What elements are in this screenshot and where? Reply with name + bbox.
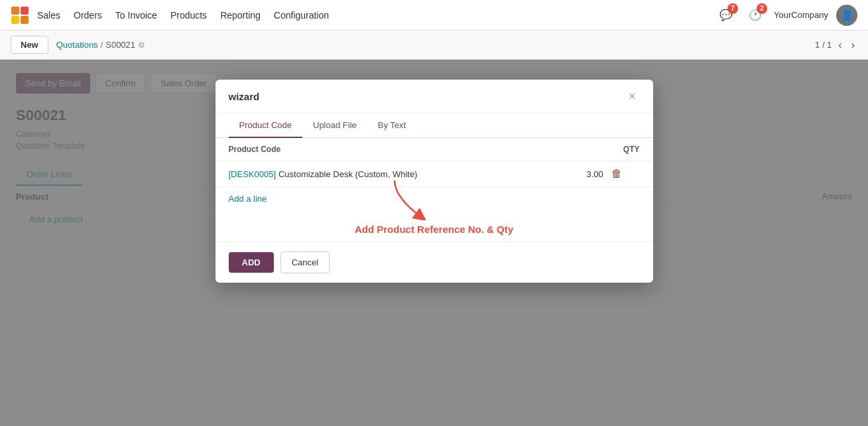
pagination-controls: 1 / 1 ‹ › bbox=[815, 38, 857, 52]
table-row: [DESK0005] Customizable Desk (Custom, Wh… bbox=[216, 161, 653, 187]
modal-body: Product Code Upload File By Text Product… bbox=[216, 113, 653, 242]
pagination-prev-button[interactable]: ‹ bbox=[836, 38, 844, 52]
breadcrumb-parent-link[interactable]: Quotations bbox=[56, 40, 98, 50]
modal-header: wizard × bbox=[216, 80, 653, 113]
messages-button[interactable]: 💬 7 bbox=[715, 5, 737, 26]
qty-cell: 3.00 🗑 bbox=[587, 168, 640, 180]
annotation-area: Add Product Reference No. & Qty bbox=[216, 210, 653, 242]
nav-reporting[interactable]: Reporting bbox=[220, 7, 261, 23]
wizard-modal: wizard × Product Code Upload File By Tex… bbox=[216, 80, 653, 283]
breadcrumb: Quotations / S00021 ⚙ bbox=[56, 40, 145, 50]
annotation-text: Add Product Reference No. & Qty bbox=[355, 224, 513, 235]
tab-product-code[interactable]: Product Code bbox=[229, 113, 303, 138]
tab-by-text[interactable]: By Text bbox=[367, 113, 416, 138]
pagination-text: 1 / 1 bbox=[815, 40, 832, 50]
app-logo bbox=[11, 6, 29, 25]
nav-configuration[interactable]: Configuration bbox=[274, 7, 329, 23]
user-avatar[interactable]: 👤 bbox=[836, 5, 857, 26]
cancel-button[interactable]: Cancel bbox=[280, 251, 330, 273]
nav-orders[interactable]: Orders bbox=[74, 7, 102, 23]
modal-tabs: Product Code Upload File By Text bbox=[216, 113, 653, 138]
breadcrumb-separator: / bbox=[101, 40, 103, 50]
main-nav-items: Sales Orders To Invoice Products Reporti… bbox=[37, 7, 329, 23]
delete-row-button[interactable]: 🗑 bbox=[609, 168, 625, 180]
top-navigation: Sales Orders To Invoice Products Reporti… bbox=[0, 0, 868, 31]
modal-footer: ADD Cancel bbox=[216, 242, 653, 283]
messages-badge: 7 bbox=[727, 3, 738, 14]
add-line-link[interactable]: Add a line bbox=[216, 187, 653, 210]
nav-right-section: 💬 7 🕐 2 YourCompany 👤 bbox=[715, 5, 857, 26]
modal-close-button[interactable]: × bbox=[625, 89, 640, 104]
annotation-arrow bbox=[355, 174, 434, 220]
main-content-area: Send by Email Confirm Sales Order S00021… bbox=[0, 60, 868, 426]
nav-to-invoice[interactable]: To Invoice bbox=[115, 7, 157, 23]
activity-badge: 2 bbox=[757, 3, 767, 14]
pagination-next-button[interactable]: › bbox=[849, 38, 857, 52]
add-button[interactable]: ADD bbox=[229, 252, 274, 273]
tab-upload-file[interactable]: Upload File bbox=[302, 113, 367, 138]
product-code-column-header: Product Code bbox=[229, 145, 587, 154]
sub-navigation: New Quotations / S00021 ⚙ 1 / 1 ‹ › bbox=[0, 31, 868, 60]
modal-table-header: Product Code QTY bbox=[216, 138, 653, 161]
modal-title: wizard bbox=[229, 91, 260, 102]
settings-gear-icon[interactable]: ⚙ bbox=[138, 40, 145, 50]
new-button[interactable]: New bbox=[11, 36, 48, 54]
modal-overlay: wizard × Product Code Upload File By Tex… bbox=[0, 60, 868, 426]
activity-button[interactable]: 🕐 2 bbox=[745, 5, 766, 26]
qty-value: 3.00 bbox=[587, 169, 603, 179]
company-name: YourCompany bbox=[774, 10, 828, 20]
nav-products[interactable]: Products bbox=[170, 7, 207, 23]
nav-sales[interactable]: Sales bbox=[37, 7, 60, 23]
breadcrumb-current: S00021 bbox=[105, 40, 135, 50]
qty-column-header: QTY bbox=[587, 145, 640, 154]
product-code-value: [DESK0005] bbox=[229, 169, 277, 179]
